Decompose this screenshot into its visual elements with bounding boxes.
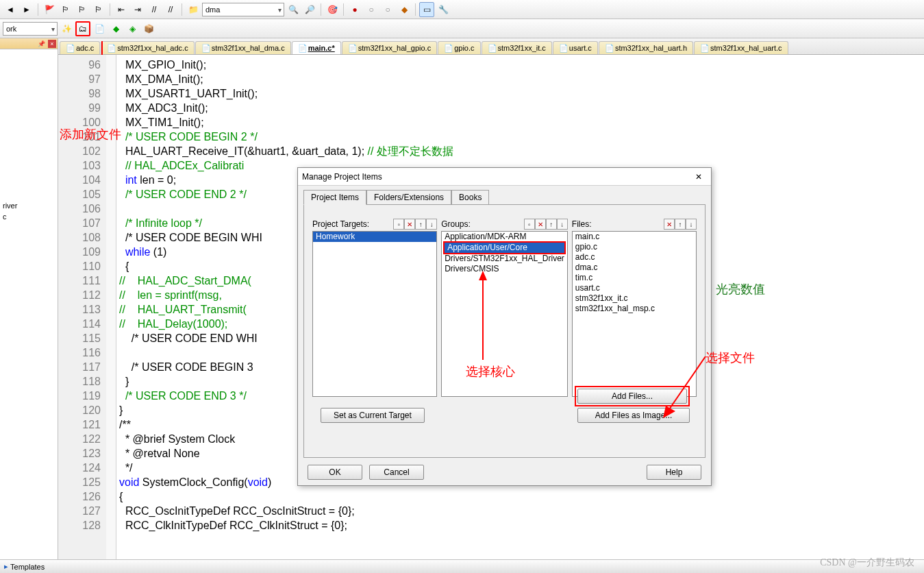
del-file-icon[interactable]: ✕ [664, 219, 675, 230]
tab-hal-dma[interactable]: 📄stm32f1xx_hal_dma.c [195, 41, 291, 54]
panel-files-label: Files: [572, 219, 592, 229]
manage-project-dialog: Manage Project Items ✕ Project Items Fol… [297, 167, 712, 486]
list-item[interactable]: adc.c [573, 252, 696, 263]
list-item[interactable]: Application/MDK-ARM [442, 232, 567, 242]
down-target-icon[interactable]: ↓ [426, 219, 437, 230]
find-icon[interactable]: 📁 [186, 2, 201, 17]
bp3-icon[interactable]: ○ [380, 2, 395, 17]
debug-icon[interactable]: 🎯 [325, 2, 340, 17]
add-files-button[interactable]: Add Files... [577, 389, 687, 404]
dialog-tab-project-items[interactable]: Project Items [303, 190, 366, 205]
bookmark-icon[interactable]: 🚩 [42, 2, 57, 17]
dialog-tabs: Project Items Folders/Extensions Books [298, 186, 711, 205]
status-templates[interactable]: Templates [10, 563, 45, 571]
flag3-icon[interactable]: 🏳 [91, 2, 106, 17]
search-combo[interactable]: dma [202, 3, 284, 16]
dialog-title: Manage Project Items [302, 172, 382, 182]
list-item[interactable]: Homework [313, 232, 436, 242]
list-item[interactable]: main.c [573, 232, 696, 242]
outdent-icon[interactable]: ⇥ [130, 2, 145, 17]
panel-groups-label: Groups: [441, 219, 471, 229]
dialog-titlebar: Manage Project Items ✕ [298, 168, 711, 186]
comment-icon[interactable]: // [147, 2, 162, 17]
up-group-icon[interactable]: ↑ [546, 219, 557, 230]
dialog-tab-books[interactable]: Books [451, 190, 489, 205]
list-item[interactable]: Drivers/CMSIS [442, 264, 567, 274]
findnext-icon[interactable]: 🔍 [286, 2, 301, 17]
up-file-icon[interactable]: ↑ [675, 219, 686, 230]
list-item[interactable]: stm32f1xx_it.c [573, 293, 696, 304]
uncomment-icon[interactable]: // [163, 2, 178, 17]
status-bar: ▸ Templates [0, 559, 924, 573]
watermark: CSDN @一介野生码农 [820, 557, 914, 569]
list-item[interactable]: dma.c [573, 263, 696, 273]
dialog-tab-folders[interactable]: Folders/Extensions [366, 190, 451, 205]
tab-it[interactable]: 📄stm32f1xx_it.c [482, 41, 552, 54]
down-file-icon[interactable]: ↓ [686, 219, 697, 230]
dialog-close-icon[interactable]: ✕ [690, 171, 707, 183]
del-target-icon[interactable]: ✕ [404, 219, 415, 230]
down-group-icon[interactable]: ↓ [557, 219, 568, 230]
wand-icon[interactable]: ✨ [59, 21, 74, 36]
add-files-as-image-button[interactable]: Add Files as Image... [577, 408, 690, 423]
tab-gpio[interactable]: 📄gpio.c [438, 41, 480, 54]
list-item[interactable]: stm32f1xx_hal_msp.c [573, 304, 696, 314]
tab-hal-gpio[interactable]: 📄stm32f1xx_hal_gpio.c [342, 41, 437, 54]
tab-main[interactable]: 📄main.c* [292, 41, 341, 54]
replace-icon[interactable]: 🔎 [302, 2, 317, 17]
sidebar-close-icon[interactable]: × [48, 40, 56, 48]
dialog-footer: OK Cancel Help [308, 465, 701, 480]
new-target-icon[interactable]: ▫ [393, 219, 404, 230]
annotation-select-core: 选择核心 [466, 363, 515, 380]
panel-files: Files: ✕ ↑ ↓ main.cgpio.cadc.cdma.ctim.c… [572, 219, 697, 397]
batch-icon[interactable]: ◈ [125, 21, 140, 36]
bp2-icon[interactable]: ○ [364, 2, 379, 17]
tab-adc[interactable]: 📄adc.c [60, 41, 100, 54]
tree-item[interactable]: c [0, 211, 58, 222]
annotation-select-file: 选择文件 [706, 350, 755, 366]
toolbar-primary: ◄ ► 🚩 🏳 🏳 🏳 ⇤ ⇥ // // 📁 dma 🔍 🔎 🎯 ● ○ ○ … [0, 0, 924, 19]
up-target-icon[interactable]: ↑ [415, 219, 426, 230]
tab-hal-adc[interactable]: 📄stm32f1xx_hal_adc.c [101, 41, 194, 54]
list-item[interactable]: Drivers/STM32F1xx_HAL_Driver [442, 254, 567, 264]
nav-back-icon[interactable]: ◄ [3, 2, 18, 17]
help-button[interactable]: Help [647, 465, 701, 480]
targets-list[interactable]: Homework [312, 231, 437, 397]
set-current-target-button[interactable]: Set as Current Target [321, 408, 425, 423]
files-list[interactable]: main.cgpio.cadc.cdma.ctim.cusart.cstm32f… [572, 231, 697, 397]
annotation-light-value: 光亮数值 [716, 281, 765, 297]
build-icon[interactable]: 📄 [92, 21, 107, 36]
window-icon[interactable]: ▭ [419, 2, 434, 17]
flag2-icon[interactable]: 🏳 [75, 2, 90, 17]
toolbar-build: ork ✨ 🗂 📄 ◆ ◈ 📦 [0, 19, 924, 38]
indent-icon[interactable]: ⇤ [114, 2, 129, 17]
sidebar-header: 📌 × [0, 38, 58, 49]
cancel-button[interactable]: Cancel [369, 465, 424, 480]
del-group-icon[interactable]: ✕ [535, 219, 546, 230]
tab-usart[interactable]: 📄usart.c [553, 41, 598, 54]
list-item[interactable]: tim.c [573, 273, 696, 283]
rebuild-icon[interactable]: ◆ [108, 21, 123, 36]
tab-hal-uart-h[interactable]: 📄stm32f1xx_hal_uart.h [599, 41, 693, 54]
panel-targets-label: Project Targets: [312, 219, 369, 229]
list-item[interactable]: Application/User/Core [443, 241, 566, 254]
annotation-add-file: 添加新文件 [60, 126, 121, 143]
bp-icon[interactable]: ● [347, 2, 362, 17]
target-combo[interactable]: ork [3, 22, 58, 36]
download-icon[interactable]: 📦 [141, 21, 156, 36]
ok-button[interactable]: OK [308, 465, 362, 480]
list-item[interactable]: usart.c [573, 283, 696, 293]
dialog-body: Project Targets: ▫ ✕ ↑ ↓ Homework Groups… [303, 204, 706, 458]
bp4-icon[interactable]: ◆ [397, 2, 412, 17]
tab-hal-uart-c[interactable]: 📄stm32f1xx_hal_uart.c [694, 41, 788, 54]
manage-project-items-icon[interactable]: 🗂 [75, 21, 90, 36]
tree-item[interactable]: river [0, 200, 58, 211]
nav-fwd-icon[interactable]: ► [19, 2, 34, 17]
project-sidebar: 📌 × river c [0, 38, 58, 559]
editor-tabs: 📄adc.c 📄stm32f1xx_hal_adc.c 📄stm32f1xx_h… [58, 38, 924, 55]
panel-targets: Project Targets: ▫ ✕ ↑ ↓ Homework [312, 219, 437, 397]
new-group-icon[interactable]: ▫ [524, 219, 535, 230]
config-icon[interactable]: 🔧 [436, 2, 451, 17]
flag-icon[interactable]: 🏳 [58, 2, 73, 17]
list-item[interactable]: gpio.c [573, 242, 696, 252]
